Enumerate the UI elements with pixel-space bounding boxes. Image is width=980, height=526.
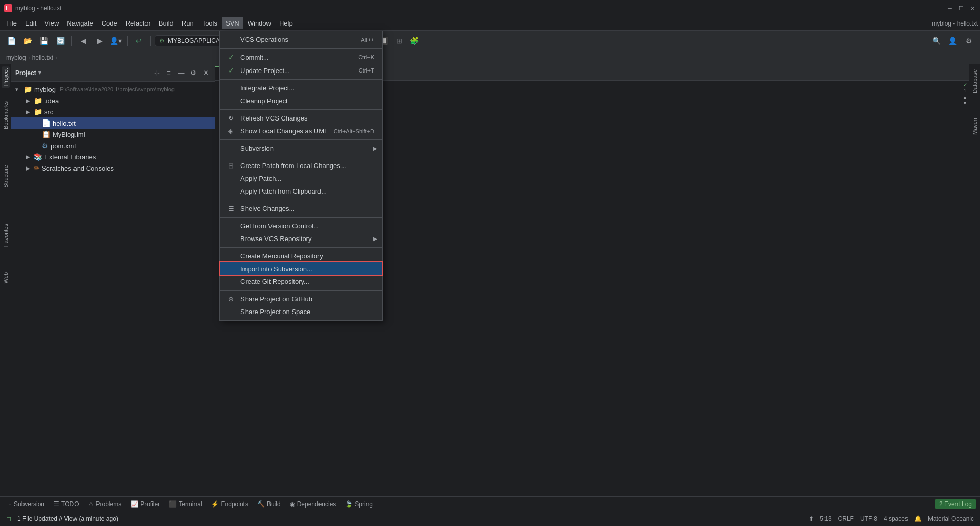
- menu-code[interactable]: Code: [97, 17, 121, 29]
- project-panel-arrow[interactable]: ▾: [38, 69, 41, 76]
- tree-item-myblog-iml[interactable]: 📋 MyBlog.iml: [11, 129, 215, 140]
- menu-sep-4: [220, 139, 382, 140]
- menu-tools[interactable]: Tools: [198, 17, 222, 29]
- theme-name[interactable]: Material Oceanic: [928, 515, 974, 522]
- menu-item-import-svn[interactable]: Import into Subversion...: [220, 262, 382, 275]
- menu-item-get-vcs[interactable]: Get from Version Control...: [220, 220, 382, 232]
- undo-button[interactable]: ↩: [132, 34, 146, 48]
- tool-dependencies[interactable]: ◉ Dependencies: [286, 499, 340, 509]
- tool-endpoints[interactable]: ⚡ Endpoints: [207, 499, 252, 509]
- line-separator[interactable]: CRLF: [838, 515, 854, 522]
- back-button[interactable]: ◀: [76, 34, 90, 48]
- collapse-all-button[interactable]: ≡: [164, 68, 174, 78]
- tool-problems[interactable]: ⚠ Problems: [84, 499, 126, 509]
- close-button[interactable]: ✕: [969, 5, 976, 12]
- create-mercurial-label: Create Mercurial Repository: [240, 252, 323, 260]
- encoding[interactable]: UTF-8: [860, 515, 877, 522]
- menu-item-share-github[interactable]: ⊛ Share Project on GitHub: [220, 293, 382, 305]
- root-path: F:\Software\Idea2020.1\project\svnpro\my…: [60, 86, 175, 92]
- menu-file[interactable]: File: [2, 17, 21, 29]
- menu-item-create-git[interactable]: Create Git Repository...: [220, 275, 382, 288]
- tree-item-hello-txt[interactable]: 📄 hello.txt: [11, 117, 215, 129]
- event-log-button[interactable]: 2 Event Log: [935, 499, 976, 509]
- settings-panel-button[interactable]: ⚙: [188, 68, 199, 78]
- tool-spring[interactable]: 🍃 Spring: [341, 499, 377, 509]
- update-shortcut: Ctrl+T: [359, 67, 374, 74]
- sidebar-item-structure[interactable]: Structure: [2, 163, 10, 190]
- menu-build[interactable]: Build: [155, 17, 178, 29]
- menu-item-apply-patch[interactable]: Apply Patch...: [220, 172, 382, 185]
- new-file-button[interactable]: 📄: [4, 34, 18, 48]
- save-button[interactable]: 💾: [37, 34, 51, 48]
- indent-settings[interactable]: 4 spaces: [884, 515, 908, 522]
- tool-todo[interactable]: ☰ TODO: [50, 499, 83, 509]
- tool-build[interactable]: 🔨 Build: [253, 499, 285, 509]
- cursor-position[interactable]: 5:13: [820, 515, 831, 522]
- scroll-down[interactable]: ▼: [963, 101, 967, 106]
- menu-item-create-mercurial[interactable]: Create Mercurial Repository: [220, 250, 382, 262]
- sidebar-item-bookmarks[interactable]: Bookmarks: [2, 99, 10, 131]
- user-profile-button[interactable]: 👤: [945, 34, 960, 48]
- todo-btn-label: TODO: [61, 500, 79, 508]
- menu-item-update[interactable]: ✓ Update Project... Ctrl+T: [220, 64, 382, 77]
- menu-item-integrate[interactable]: Integrate Project...: [220, 82, 382, 94]
- menu-item-vcs-operations[interactable]: VCS Operations Alt++: [220, 33, 382, 46]
- menu-refactor[interactable]: Refactor: [121, 17, 155, 29]
- menu-item-refresh-vcs[interactable]: ↻ Refresh VCS Changes: [220, 112, 382, 125]
- git-icon[interactable]: ⊞: [392, 34, 406, 48]
- close-panel-button[interactable]: —: [176, 68, 186, 78]
- hide-panel-button[interactable]: ✕: [201, 68, 211, 78]
- menu-item-create-patch[interactable]: ⊟ Create Patch from Local Changes...: [220, 159, 382, 172]
- sidebar-item-web[interactable]: Web: [2, 270, 10, 285]
- tree-item-src[interactable]: ▶ 📁 src: [11, 106, 215, 117]
- sidebar-item-database[interactable]: Database: [971, 66, 979, 97]
- recent-files-button[interactable]: 👤▾: [109, 34, 123, 48]
- editor-scrollbar[interactable]: ✓ 1 ▲ ▼: [963, 81, 969, 513]
- menu-edit[interactable]: Edit: [21, 17, 40, 29]
- sidebar-item-maven[interactable]: Maven: [971, 115, 979, 138]
- menu-item-apply-patch-clipboard[interactable]: Apply Patch from Clipboard...: [220, 185, 382, 198]
- ext-arrow: ▶: [26, 154, 32, 160]
- menu-view[interactable]: View: [40, 17, 63, 29]
- open-file-button[interactable]: 📂: [20, 34, 35, 48]
- settings-button[interactable]: ⚙: [962, 34, 976, 48]
- project-tree: ▾ 📁 myblog F:\Software\Idea2020.1\projec…: [11, 82, 215, 496]
- sidebar-item-project[interactable]: Project: [2, 66, 10, 88]
- tool-subversion[interactable]: ⑃ Subversion: [4, 499, 48, 509]
- breadcrumb-file[interactable]: hello.txt: [32, 54, 53, 61]
- menu-svn[interactable]: SVN: [222, 17, 243, 29]
- menu-run[interactable]: Run: [178, 17, 198, 29]
- menu-item-shelve[interactable]: ☰ Shelve Changes...: [220, 202, 382, 215]
- menu-help[interactable]: Help: [275, 17, 297, 29]
- menu-item-browse-vcs[interactable]: Browse VCS Repository: [220, 232, 382, 245]
- tool-terminal[interactable]: ⬛ Terminal: [165, 499, 206, 509]
- maximize-button[interactable]: ☐: [958, 5, 965, 12]
- scroll-up[interactable]: ▲: [963, 94, 967, 100]
- menu-item-subversion[interactable]: Subversion: [220, 142, 382, 155]
- status-message[interactable]: 1 File Updated // View (a minute ago): [17, 515, 118, 522]
- tree-item-external-libs[interactable]: ▶ 📚 External Libraries: [11, 151, 215, 162]
- menu-item-show-uml[interactable]: ◈ Show Local Changes as UML Ctrl+Alt+Shi…: [220, 125, 382, 137]
- sync-button[interactable]: 🔄: [53, 34, 67, 48]
- search-button[interactable]: 🔍: [929, 34, 943, 48]
- profiler-icon: 📈: [131, 500, 138, 508]
- tool-profiler[interactable]: 📈 Profiler: [127, 499, 164, 509]
- menu-item-cleanup[interactable]: Cleanup Project: [220, 94, 382, 107]
- forward-button[interactable]: ▶: [92, 34, 107, 48]
- tree-item-idea[interactable]: ▶ 📁 .idea: [11, 95, 215, 106]
- menu-item-share-space[interactable]: Share Project on Space: [220, 305, 382, 318]
- locate-file-button[interactable]: ⊹: [152, 68, 162, 78]
- subversion-btn-label: Subversion: [14, 500, 44, 508]
- tree-root-myblog[interactable]: ▾ 📁 myblog F:\Software\Idea2020.1\projec…: [11, 84, 215, 95]
- menu-window[interactable]: Window: [243, 17, 275, 29]
- sidebar-item-favorites[interactable]: Favorites: [2, 222, 10, 249]
- notifications-icon[interactable]: 🔔: [914, 515, 922, 522]
- tree-item-scratches[interactable]: ▶ ✏ Scratches and Consoles: [11, 162, 215, 174]
- vcs-branch-status[interactable]: ⬆: [808, 515, 814, 522]
- minimize-button[interactable]: ─: [946, 5, 953, 12]
- tree-item-pom-xml[interactable]: ⚙ pom.xml: [11, 140, 215, 151]
- plugin-icon[interactable]: 🧩: [407, 34, 422, 48]
- breadcrumb-project[interactable]: myblog: [6, 54, 26, 61]
- menu-navigate[interactable]: Navigate: [63, 17, 97, 29]
- menu-item-commit[interactable]: ✓ Commit... Ctrl+K: [220, 51, 382, 64]
